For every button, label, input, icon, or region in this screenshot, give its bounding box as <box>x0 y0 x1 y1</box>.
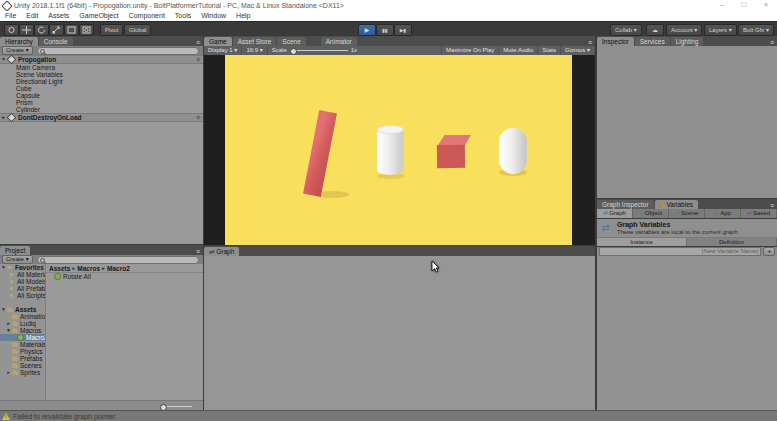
tab-instance[interactable]: Instance <box>597 238 687 246</box>
hierarchy-item-cylinder[interactable]: Cylinder <box>0 106 203 113</box>
breadcrumb-macros[interactable]: Macros <box>77 265 100 272</box>
hierarchy-item-cube[interactable]: Cube <box>0 85 203 92</box>
tab-definition[interactable]: Definition <box>687 238 777 246</box>
scale-slider-track[interactable] <box>290 50 348 51</box>
panel-menu-icon[interactable]: ≡ <box>196 248 203 255</box>
tab-variables[interactable]: ◆ Variables <box>655 200 698 209</box>
window-maximize-button[interactable]: □ <box>733 0 755 11</box>
menu-edit[interactable]: Edit <box>21 11 43 21</box>
thumbnail-size-slider[interactable] <box>160 406 192 407</box>
tab-inspector[interactable]: Inspector <box>597 37 634 46</box>
breadcrumb-assets[interactable]: Assets <box>49 265 70 272</box>
hierarchy-item-capsule[interactable]: Capsule <box>0 92 203 99</box>
transform-tool-button[interactable] <box>79 24 94 36</box>
panel-menu-icon[interactable]: ≡ <box>770 202 777 209</box>
add-variable-button[interactable]: + <box>763 247 775 256</box>
scope-graph-button[interactable]: ⇄Graph <box>597 209 633 218</box>
tab-graph[interactable]: ⇄ Graph <box>204 247 239 256</box>
status-bar[interactable]: Failed to revalidate graph pointer. <box>0 410 777 421</box>
menu-file[interactable]: File <box>0 11 21 21</box>
favorite-all-models[interactable]: ★All Models <box>0 278 45 285</box>
layers-dropdown[interactable]: Layers ▾ <box>704 24 737 36</box>
folder-macros[interactable]: ▼Macros <box>0 327 45 334</box>
pause-button[interactable]: ▮▮ <box>376 24 394 36</box>
scope-app-button[interactable]: ⇄App <box>705 209 741 218</box>
tab-game[interactable]: Game <box>204 37 232 46</box>
scene-header-dontdestroyonload[interactable]: ▸ DontDestroyOnLoad ≡ <box>0 113 203 122</box>
rect-tool-button[interactable] <box>64 24 79 36</box>
global-toggle-button[interactable]: Global <box>124 24 151 36</box>
panel-menu-icon[interactable]: ≡ <box>770 39 777 46</box>
hierarchy-search-input[interactable] <box>37 47 199 55</box>
window-minimize-button[interactable]: – <box>711 0 733 11</box>
hierarchy-create-button[interactable]: Create ▾ <box>2 46 33 55</box>
step-button[interactable]: ▶▮ <box>394 24 412 36</box>
hierarchy-item-directional-light[interactable]: Directional Light <box>0 78 203 85</box>
folder-scenes[interactable]: Scenes <box>0 362 45 369</box>
panel-menu-icon[interactable]: ≡ <box>196 39 203 46</box>
window-close-button[interactable]: × <box>755 0 777 11</box>
maximize-on-play-button[interactable]: Maximize On Play <box>441 46 499 55</box>
folder-physics[interactable]: Physics <box>0 348 45 355</box>
hand-tool-button[interactable] <box>4 24 19 36</box>
tab-hierarchy[interactable]: Hierarchy <box>0 37 38 46</box>
hierarchy-item-main-camera[interactable]: Main Camera <box>0 64 203 71</box>
gizmos-dropdown[interactable]: Gizmos ▾ <box>561 46 595 55</box>
scene-menu-icon[interactable]: ≡ <box>196 114 203 121</box>
project-search-input[interactable] <box>37 256 199 264</box>
graph-canvas[interactable] <box>204 256 595 410</box>
menu-gameobject[interactable]: GameObject <box>74 11 123 21</box>
folder-animations[interactable]: Animations <box>0 313 45 320</box>
asset-macro2-selected[interactable]: Macro2 <box>0 334 45 341</box>
layout-dropdown[interactable]: Bolt Gfx ▾ <box>738 24 774 36</box>
tab-project[interactable]: Project <box>0 246 30 255</box>
favorites-root[interactable]: ▼★Favorites <box>0 264 45 271</box>
folder-ludiq[interactable]: ▸Ludiq <box>0 320 45 327</box>
account-dropdown[interactable]: Account ▾ <box>666 24 702 36</box>
pivot-toggle-button[interactable]: Pivot <box>100 24 123 36</box>
favorite-all-scripts[interactable]: ★All Scripts <box>0 292 45 299</box>
menu-help[interactable]: Help <box>231 11 255 21</box>
cloud-button[interactable]: ☁ <box>646 24 664 36</box>
menu-assets[interactable]: Assets <box>43 11 74 21</box>
tab-graph-inspector[interactable]: Graph Inspector <box>597 200 654 209</box>
scope-scene-button[interactable]: ⇄Scene <box>669 209 705 218</box>
menu-component[interactable]: Component <box>124 11 170 21</box>
game-viewport[interactable] <box>204 55 595 245</box>
new-variable-input[interactable]: (New Variable Name) <box>599 247 761 256</box>
stats-button[interactable]: Stats <box>538 46 561 55</box>
scope-saved-button[interactable]: ⇄Saved <box>741 209 777 218</box>
folder-prefabs[interactable]: Prefabs <box>0 355 45 362</box>
play-button[interactable]: ▶ <box>358 24 376 36</box>
move-tool-button[interactable] <box>19 24 34 36</box>
tab-lighting[interactable]: Lighting <box>671 37 704 46</box>
rotate-tool-button[interactable] <box>34 24 49 36</box>
hierarchy-item-scene-variables[interactable]: Scene Variables <box>0 71 203 78</box>
collab-dropdown[interactable]: Collab ▾ <box>610 24 642 36</box>
scene-header-propogation[interactable]: ▼ Propogation ≡ <box>0 55 203 64</box>
favorite-all-prefabs[interactable]: ★All Prefabs <box>0 285 45 292</box>
scope-object-button[interactable]: ⇄Object <box>633 209 669 218</box>
tab-scene[interactable]: Scene <box>277 37 305 46</box>
asset-rotate-all[interactable]: Rotate All <box>46 273 203 280</box>
breadcrumb-macro2[interactable]: Macro2 <box>107 265 130 272</box>
assets-root[interactable]: ▼Assets <box>0 306 45 313</box>
folder-sprites[interactable]: ▸Sprites <box>0 369 45 376</box>
tab-console[interactable]: Console <box>39 37 73 46</box>
scale-slider[interactable]: Scale 1x <box>268 46 361 55</box>
folder-materials[interactable]: Materials <box>0 341 45 348</box>
scale-slider-knob[interactable] <box>290 48 297 55</box>
mute-audio-button[interactable]: Mute Audio <box>499 46 538 55</box>
hierarchy-item-prism[interactable]: Prism <box>0 99 203 106</box>
tab-asset-store[interactable]: Asset Store <box>233 37 277 46</box>
tab-animator[interactable]: Animator <box>321 37 357 46</box>
panel-menu-icon[interactable]: ≡ <box>588 39 595 46</box>
display-dropdown[interactable]: Display 1 ▾ <box>204 46 242 55</box>
scale-tool-button[interactable] <box>49 24 64 36</box>
aspect-dropdown[interactable]: 16:9 ▾ <box>242 46 267 55</box>
menu-window[interactable]: Window <box>196 11 231 21</box>
menu-tools[interactable]: Tools <box>170 11 196 21</box>
favorite-all-materials[interactable]: ★All Materials <box>0 271 45 278</box>
project-create-button[interactable]: Create ▾ <box>2 255 33 264</box>
scene-menu-icon[interactable]: ≡ <box>196 56 203 63</box>
